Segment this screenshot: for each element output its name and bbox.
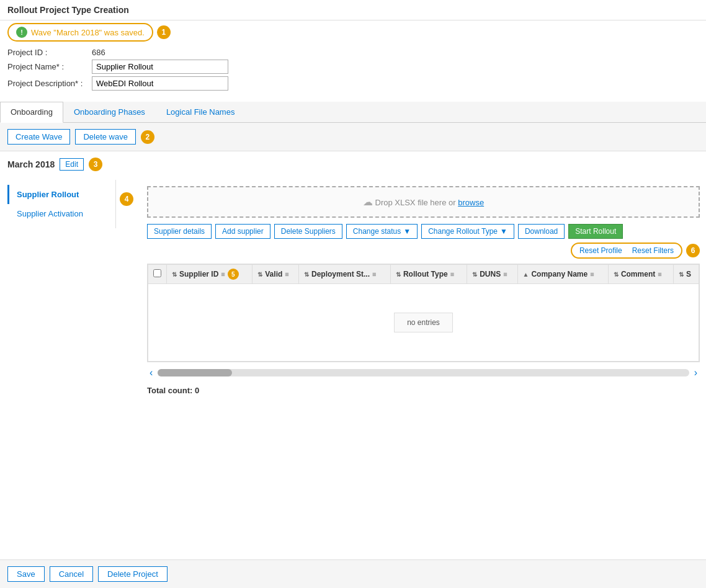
annotation-4: 4 xyxy=(120,192,133,206)
scrollbar-area: ‹ › xyxy=(147,362,700,383)
cloud-icon: ☁ xyxy=(363,197,373,207)
col-deployment-st: ⇅ Deployment St... ≡ xyxy=(299,265,391,284)
tabs-bar: Onboarding Onboarding Phases Logical Fil… xyxy=(0,102,706,123)
change-rollout-type-arrow-icon: ▼ xyxy=(500,227,507,236)
bottom-bar: Save Cancel Delete Project xyxy=(0,559,706,588)
col-valid: ⇅ Valid ≡ xyxy=(252,265,299,284)
data-table: ⇅ Supplier ID ≡ 5 ⇅ Valid ≡ xyxy=(147,264,700,362)
save-button[interactable]: Save xyxy=(7,566,45,582)
select-all-checkbox[interactable] xyxy=(153,269,161,277)
tab-onboarding[interactable]: Onboarding xyxy=(0,102,63,123)
change-status-button[interactable]: Change status ▼ xyxy=(346,224,418,239)
project-desc-label: Project Description* : xyxy=(7,79,88,88)
col-s: ⇅ S xyxy=(673,265,699,284)
scroll-thumb[interactable] xyxy=(158,369,232,376)
reset-profile-button[interactable]: Reset Profile xyxy=(576,245,626,256)
drop-zone: ☁ Drop XLSX file here or browse xyxy=(147,186,700,218)
annotation-3: 3 xyxy=(89,158,102,171)
annotation-1: 1 xyxy=(157,25,171,39)
wave-edit-button[interactable]: Edit xyxy=(60,158,84,171)
add-supplier-button[interactable]: Add supplier xyxy=(215,224,270,239)
main-content: Supplier Rollout Supplier Activation 4 ☁… xyxy=(0,180,706,559)
start-rollout-button[interactable]: Start Rollout xyxy=(568,224,623,239)
success-icon: ! xyxy=(16,27,27,38)
scroll-track[interactable] xyxy=(158,369,689,376)
annotation-6: 6 xyxy=(686,244,700,257)
reset-filters-button[interactable]: Reset Filters xyxy=(628,245,677,256)
change-status-arrow-icon: ▼ xyxy=(403,227,411,236)
delete-suppliers-button[interactable]: Delete Suppliers xyxy=(274,224,342,239)
sidebar-item-supplier-rollout[interactable]: Supplier Rollout xyxy=(7,185,115,204)
wave-header: March 2018 Edit 3 xyxy=(7,158,699,171)
project-id-value: 686 xyxy=(92,48,105,57)
col-company-name: ▲ Company Name ≡ xyxy=(517,265,608,284)
tab-logical-file-names[interactable]: Logical File Names xyxy=(156,102,246,122)
tab-onboarding-phases[interactable]: Onboarding Phases xyxy=(63,102,156,122)
col-duns: ⇅ DUNS ≡ xyxy=(467,265,517,284)
company-name-filter-icon[interactable]: ≡ xyxy=(590,270,594,278)
cancel-button[interactable]: Cancel xyxy=(50,566,93,582)
supplier-details-button[interactable]: Supplier details xyxy=(147,224,212,239)
form-section: Project ID : 686 Project Name* : Project… xyxy=(0,44,706,97)
project-name-input[interactable] xyxy=(92,60,228,74)
drop-zone-text: Drop XLSX file here or xyxy=(375,198,456,207)
download-button[interactable]: Download xyxy=(518,224,565,239)
deployment-filter-icon[interactable]: ≡ xyxy=(372,270,376,278)
project-desc-input[interactable] xyxy=(92,76,228,91)
wave-title: March 2018 xyxy=(7,159,55,169)
delete-project-button[interactable]: Delete Project xyxy=(98,566,168,582)
page-title: Rollout Project Type Creation xyxy=(0,0,706,20)
annotation-2: 2 xyxy=(141,130,154,144)
project-name-label: Project Name* : xyxy=(7,62,88,71)
project-id-label: Project ID : xyxy=(7,48,88,57)
scroll-right-button[interactable]: › xyxy=(692,367,700,378)
annotation-5: 5 xyxy=(228,269,239,280)
change-rollout-type-button[interactable]: Change Rollout Type ▼ xyxy=(421,224,514,239)
sidebar-item-supplier-activation[interactable]: Supplier Activation xyxy=(7,204,115,223)
rollout-type-filter-icon[interactable]: ≡ xyxy=(450,270,454,278)
browse-link[interactable]: browse xyxy=(458,198,484,207)
success-message: Wave "March 2018" was saved. xyxy=(31,28,145,37)
create-wave-button[interactable]: Create Wave xyxy=(7,129,70,145)
toolbar: Supplier details Add supplier Delete Sup… xyxy=(147,224,700,259)
content-area: ☁ Drop XLSX file here or browse Supplier… xyxy=(141,180,706,559)
comment-filter-icon[interactable]: ≡ xyxy=(658,270,661,278)
col-supplier-id: ⇅ Supplier ID ≡ 5 xyxy=(167,265,252,284)
action-bar: Create Wave Delete wave 2 xyxy=(0,123,706,151)
total-count: Total count: 0 xyxy=(147,383,700,398)
valid-filter-icon[interactable]: ≡ xyxy=(285,270,288,278)
duns-filter-icon[interactable]: ≡ xyxy=(503,270,507,278)
delete-wave-button[interactable]: Delete wave xyxy=(75,129,136,145)
scroll-left-button[interactable]: ‹ xyxy=(147,367,155,378)
sidebar: Supplier Rollout Supplier Activation xyxy=(7,180,116,228)
col-rollout-type: ⇅ Rollout Type ≡ xyxy=(390,265,467,284)
no-entries-text: no entries xyxy=(407,318,440,327)
no-entries-area: no entries xyxy=(153,288,694,357)
supplier-id-filter-icon[interactable]: ≡ xyxy=(221,270,225,278)
col-comment: ⇅ Comment ≡ xyxy=(608,265,673,284)
